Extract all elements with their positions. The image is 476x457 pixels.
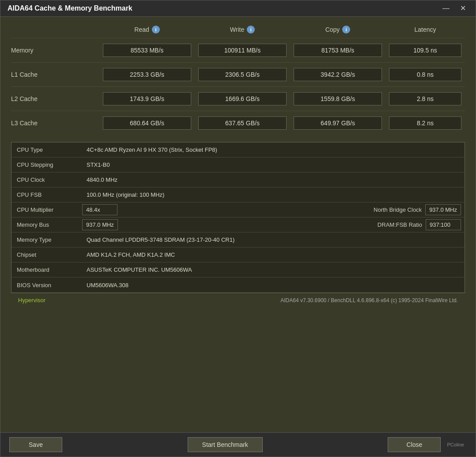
- cpu-stepping-label: CPU Stepping: [11, 159, 82, 171]
- memory-bus-row: Memory Bus 937.0 MHz DRAM:FSB Ratio 937:…: [11, 217, 465, 232]
- cpu-fsb-row: CPU FSB 100.0 MHz (original: 100 MHz): [11, 187, 465, 202]
- cpu-multiplier-label: CPU Multiplier: [11, 204, 82, 216]
- start-benchmark-button[interactable]: Start Benchmark: [188, 437, 263, 452]
- close-button[interactable]: Close: [388, 437, 441, 452]
- bench-write-value: 637.65 GB/s: [198, 116, 287, 130]
- memory-type-value: Quad Channel LPDDR5-3748 SDRAM (23-17-20…: [82, 234, 465, 246]
- close-window-button[interactable]: ✕: [457, 4, 468, 13]
- memory-bus-left: 937.0 MHz: [82, 219, 378, 230]
- footer-version: AIDA64 v7.30.6900 / BenchDLL 4.6.896.8-x…: [280, 297, 458, 303]
- minimize-button[interactable]: —: [440, 4, 452, 13]
- bios-row: BIOS Version UM5606WA.308: [11, 277, 465, 292]
- cpu-multiplier-value: 48.4x: [82, 204, 117, 215]
- north-bridge-group: North Bridge Clock 937.0 MHz: [374, 204, 465, 215]
- cpu-type-row: CPU Type 4C+8c AMD Ryzen AI 9 HX 370 (St…: [11, 142, 465, 157]
- dram-fsb-label: DRAM:FSB Ratio: [378, 221, 422, 228]
- cpu-type-label: CPU Type: [11, 144, 82, 156]
- cpu-multiplier-row: CPU Multiplier 48.4x North Bridge Clock …: [11, 202, 465, 217]
- bench-row-label: L2 Cache: [11, 95, 99, 102]
- memory-type-label: Memory Type: [11, 234, 82, 246]
- bench-header: Read i Write i Copy i Latency: [11, 26, 465, 38]
- info-section: CPU Type 4C+8c AMD Ryzen AI 9 HX 370 (St…: [11, 142, 465, 293]
- window-title: AIDA64 Cache & Memory Benchmark: [8, 4, 132, 12]
- motherboard-label: Motherboard: [11, 264, 82, 276]
- copy-info-icon[interactable]: i: [342, 26, 350, 34]
- memory-bus-value: 937.0 MHz: [82, 219, 118, 230]
- memory-type-row: Memory Type Quad Channel LPDDR5-3748 SDR…: [11, 232, 465, 247]
- bench-write-value: 2306.5 GB/s: [198, 68, 287, 81]
- bench-row-label: L3 Cache: [11, 120, 99, 127]
- chipset-label: Chipset: [11, 249, 82, 261]
- chipset-value: AMD K1A.2 FCH, AMD K1A.2 IMC: [82, 249, 465, 261]
- bench-latency-value: 8.2 ns: [389, 116, 461, 130]
- bench-copy-value: 649.97 GB/s: [294, 116, 382, 130]
- title-bar-controls: — ✕: [440, 4, 468, 13]
- bench-row: Memory 85533 MB/s 100911 MB/s 81753 MB/s…: [11, 38, 465, 62]
- header-latency: Latency: [385, 26, 465, 33]
- header-read: Read i: [99, 26, 195, 34]
- bench-read-value: 680.64 GB/s: [103, 116, 191, 130]
- bench-write-value: 100911 MB/s: [198, 44, 287, 57]
- cpu-stepping-row: CPU Stepping STX1-B0: [11, 157, 465, 172]
- bench-row: L1 Cache 2253.3 GB/s 2306.5 GB/s 3942.2 …: [11, 62, 465, 86]
- cpu-fsb-label: CPU FSB: [11, 189, 82, 201]
- bench-latency-value: 109.5 ns: [389, 44, 461, 57]
- bench-rows-container: Memory 85533 MB/s 100911 MB/s 81753 MB/s…: [11, 38, 465, 135]
- bench-row: L3 Cache 680.64 GB/s 637.65 GB/s 649.97 …: [11, 111, 465, 135]
- cpu-clock-value: 4840.0 MHz: [82, 174, 465, 186]
- memory-bus-label: Memory Bus: [11, 219, 82, 231]
- hypervisor-label: Hypervisor: [18, 297, 45, 303]
- read-info-icon[interactable]: i: [152, 26, 160, 34]
- motherboard-row: Motherboard ASUSTeK COMPUTER INC. UM5606…: [11, 262, 465, 277]
- bench-copy-value: 3942.2 GB/s: [294, 68, 382, 81]
- bench-copy-value: 1559.8 GB/s: [294, 92, 382, 105]
- north-bridge-label: North Bridge Clock: [374, 206, 422, 213]
- bench-row: L2 Cache 1743.9 GB/s 1669.6 GB/s 1559.8 …: [11, 86, 465, 111]
- bench-row-label: Memory: [11, 47, 99, 54]
- bottom-bar: Save Start Benchmark Close PColine: [0, 432, 476, 457]
- write-info-icon[interactable]: i: [247, 26, 255, 34]
- chipset-row: Chipset AMD K1A.2 FCH, AMD K1A.2 IMC: [11, 247, 465, 262]
- cpu-clock-row: CPU Clock 4840.0 MHz: [11, 172, 465, 187]
- bench-read-value: 85533 MB/s: [103, 44, 191, 57]
- header-write: Write i: [195, 26, 290, 34]
- dram-fsb-group: DRAM:FSB Ratio 937:100: [378, 219, 465, 230]
- bench-latency-value: 0.8 ns: [389, 68, 461, 81]
- save-button[interactable]: Save: [9, 437, 62, 452]
- bench-read-value: 1743.9 GB/s: [103, 92, 191, 105]
- footer-bar: Hypervisor AIDA64 v7.30.6900 / BenchDLL …: [11, 293, 465, 307]
- cpu-stepping-value: STX1-B0: [82, 159, 465, 171]
- title-bar: AIDA64 Cache & Memory Benchmark — ✕: [0, 0, 476, 17]
- motherboard-value: ASUSTeK COMPUTER INC. UM5606WA: [82, 264, 465, 276]
- cpu-type-value: 4C+8c AMD Ryzen AI 9 HX 370 (Strix, Sock…: [82, 144, 465, 156]
- cpu-clock-label: CPU Clock: [11, 174, 82, 186]
- bottom-right: Close PColine: [388, 437, 467, 452]
- bench-row-label: L1 Cache: [11, 71, 99, 78]
- bench-latency-value: 2.8 ns: [389, 92, 461, 105]
- bench-read-value: 2253.3 GB/s: [103, 68, 191, 81]
- pcoline-badge: PColine: [444, 441, 467, 448]
- main-content: Read i Write i Copy i Latency Memory 855…: [0, 17, 476, 432]
- cpu-fsb-value: 100.0 MHz (original: 100 MHz): [82, 189, 465, 201]
- bios-value: UM5606WA.308: [82, 279, 465, 291]
- north-bridge-value: 937.0 MHz: [425, 204, 461, 215]
- main-window: AIDA64 Cache & Memory Benchmark — ✕ Read…: [0, 0, 476, 457]
- bios-label: BIOS Version: [11, 279, 82, 291]
- dram-fsb-value: 937:100: [426, 219, 461, 230]
- header-copy: Copy i: [290, 26, 385, 34]
- bench-write-value: 1669.6 GB/s: [198, 92, 287, 105]
- bench-copy-value: 81753 MB/s: [294, 44, 382, 57]
